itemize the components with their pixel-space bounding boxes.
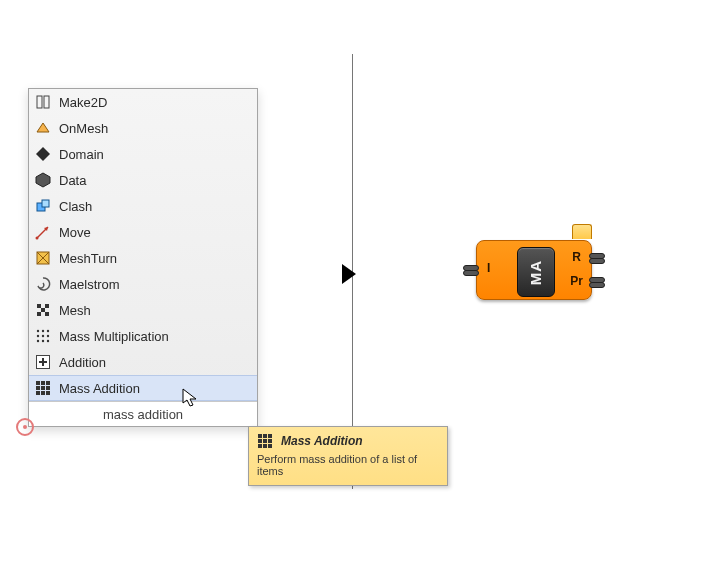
svg-rect-6 xyxy=(42,200,49,207)
svg-marker-4 xyxy=(36,173,50,187)
popup-item-label: Clash xyxy=(59,199,92,214)
massadd-icon xyxy=(257,433,273,449)
output-grip-R[interactable] xyxy=(589,253,605,265)
origin-marker-icon xyxy=(16,418,34,436)
collapse-arrow-icon[interactable] xyxy=(342,264,356,284)
massmul-icon xyxy=(35,328,51,344)
svg-point-23 xyxy=(47,335,49,337)
component-body[interactable]: I R Pr MA xyxy=(476,240,592,300)
popup-item-label: Move xyxy=(59,225,91,240)
component-tab xyxy=(572,224,592,239)
svg-rect-32 xyxy=(46,381,50,385)
svg-rect-15 xyxy=(41,308,45,312)
popup-item-mesh[interactable]: Mesh xyxy=(29,297,257,323)
svg-rect-37 xyxy=(41,391,45,395)
svg-rect-33 xyxy=(36,386,40,390)
svg-marker-2 xyxy=(37,123,49,132)
svg-point-26 xyxy=(47,340,49,342)
onmesh-icon xyxy=(35,120,51,136)
clash-icon xyxy=(35,198,51,214)
popup-item-make2d[interactable]: Make2D xyxy=(29,89,257,115)
svg-rect-13 xyxy=(37,304,41,308)
component-core[interactable]: MA xyxy=(517,247,555,297)
tooltip: Mass Addition Perform mass addition of a… xyxy=(248,426,448,486)
output-grip-Pr[interactable] xyxy=(589,277,605,289)
svg-rect-43 xyxy=(258,439,262,443)
svg-rect-40 xyxy=(258,434,262,438)
svg-rect-30 xyxy=(36,381,40,385)
svg-point-25 xyxy=(42,340,44,342)
svg-rect-47 xyxy=(263,444,267,448)
popup-item-label: Make2D xyxy=(59,95,107,110)
svg-point-24 xyxy=(37,340,39,342)
svg-rect-16 xyxy=(37,312,41,316)
popup-item-massadd[interactable]: Mass Addition xyxy=(29,375,257,401)
tooltip-title: Mass Addition xyxy=(281,434,363,448)
addition-icon xyxy=(35,354,51,370)
search-input[interactable] xyxy=(38,406,247,423)
maelstrom-icon xyxy=(35,276,51,292)
svg-rect-38 xyxy=(46,391,50,395)
popup-item-label: Mass Multiplication xyxy=(59,329,169,344)
popup-item-clash[interactable]: Clash xyxy=(29,193,257,219)
svg-point-9 xyxy=(36,237,39,240)
svg-rect-48 xyxy=(268,444,272,448)
mass-addition-component[interactable]: I R Pr MA xyxy=(476,240,592,300)
input-grip-I[interactable] xyxy=(463,265,479,277)
popup-item-massmul[interactable]: Mass Multiplication xyxy=(29,323,257,349)
svg-point-22 xyxy=(42,335,44,337)
popup-search[interactable] xyxy=(29,401,257,426)
popup-item-addition[interactable]: Addition xyxy=(29,349,257,375)
popup-item-label: Domain xyxy=(59,147,104,162)
popup-item-label: Mass Addition xyxy=(59,381,140,396)
component-core-label: MA xyxy=(527,259,544,284)
canvas[interactable]: { "popup": { "items": [ {"label":"Make2D… xyxy=(0,0,712,564)
svg-rect-41 xyxy=(263,434,267,438)
domain-icon xyxy=(35,146,51,162)
svg-rect-31 xyxy=(41,381,45,385)
meshturn-icon xyxy=(35,250,51,266)
svg-rect-44 xyxy=(263,439,267,443)
popup-item-domain[interactable]: Domain xyxy=(29,141,257,167)
svg-rect-1 xyxy=(44,96,49,108)
data-icon xyxy=(35,172,51,188)
mesh-icon xyxy=(35,302,51,318)
input-label-I: I xyxy=(487,261,490,275)
svg-point-21 xyxy=(37,335,39,337)
svg-rect-34 xyxy=(41,386,45,390)
output-label-R: R xyxy=(572,250,581,264)
svg-rect-36 xyxy=(36,391,40,395)
popup-item-label: MeshTurn xyxy=(59,251,117,266)
massadd-icon xyxy=(35,380,51,396)
svg-rect-17 xyxy=(45,312,49,316)
svg-rect-46 xyxy=(258,444,262,448)
popup-item-onmesh[interactable]: OnMesh xyxy=(29,115,257,141)
make2d-icon xyxy=(35,94,51,110)
popup-item-label: Mesh xyxy=(59,303,91,318)
svg-rect-0 xyxy=(37,96,42,108)
popup-item-move[interactable]: Move xyxy=(29,219,257,245)
svg-rect-42 xyxy=(268,434,272,438)
move-icon xyxy=(35,224,51,240)
svg-point-19 xyxy=(42,330,44,332)
output-label-Pr: Pr xyxy=(570,274,583,288)
popup-item-label: Maelstrom xyxy=(59,277,120,292)
popup-item-maelstrom[interactable]: Maelstrom xyxy=(29,271,257,297)
popup-item-label: Data xyxy=(59,173,86,188)
popup-item-meshturn[interactable]: MeshTurn xyxy=(29,245,257,271)
popup-item-data[interactable]: Data xyxy=(29,167,257,193)
svg-rect-35 xyxy=(46,386,50,390)
svg-rect-14 xyxy=(45,304,49,308)
svg-rect-45 xyxy=(268,439,272,443)
popup-item-label: Addition xyxy=(59,355,106,370)
svg-point-18 xyxy=(37,330,39,332)
svg-marker-3 xyxy=(36,147,50,161)
tooltip-description: Perform mass addition of a list of items xyxy=(249,453,447,485)
component-search-popup: Make2D OnMesh Domain Data Clash Move Mes… xyxy=(28,88,258,427)
svg-point-20 xyxy=(47,330,49,332)
popup-item-label: OnMesh xyxy=(59,121,108,136)
